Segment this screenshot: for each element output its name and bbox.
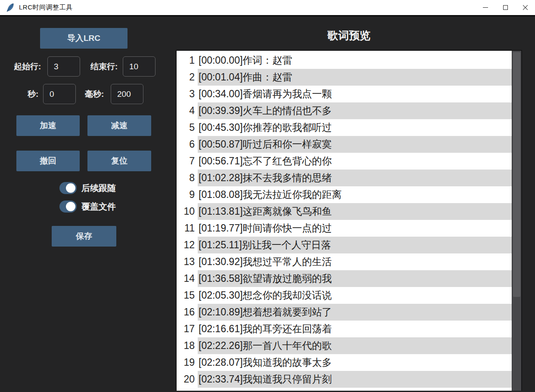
line-number: 12 [177, 239, 195, 251]
line-number: 20 [177, 373, 195, 385]
line-text: [00:50.87]听过后和你一样寂寞 [198, 136, 512, 153]
millis-label: 毫秒: [85, 84, 104, 104]
line-text: [00:56.71]忘不了红色背心的你 [198, 153, 512, 170]
start-line-input[interactable] [47, 56, 80, 77]
list-item[interactable]: 7 [00:56.71]忘不了红色背心的你 [177, 153, 512, 170]
follow-toggle-row: 后续跟随 [59, 182, 116, 194]
list-item[interactable]: 4 [00:39.39]火车上的情侣也不多 [177, 102, 512, 119]
list-item[interactable]: 19 [02:28.07]我知道我的故事太多 [177, 354, 512, 371]
overwrite-toggle-label: 覆盖文件 [81, 201, 116, 213]
undo-button[interactable]: 撤回 [16, 151, 80, 171]
end-line-input[interactable] [123, 56, 156, 77]
seconds-label: 秒: [28, 84, 38, 104]
line-text: [00:34.00]香烟请再为我点一颗 [198, 86, 512, 102]
follow-toggle-label: 后续跟随 [81, 182, 116, 194]
start-line-label: 起始行: [14, 56, 41, 77]
maximize-icon [503, 5, 508, 10]
line-text: [02:33.74]我知道我只停留片刻 [198, 371, 512, 388]
list-item[interactable]: 11 [01:19.77]时间请你快一点的过 [177, 220, 512, 237]
window-controls [476, 0, 535, 15]
line-text: [02:10.89]想着想着就要到站了 [198, 304, 512, 321]
line-number: 13 [177, 256, 195, 268]
line-text: [01:36.58]欲望请放过脆弱的我 [198, 270, 512, 287]
overwrite-toggle-row: 覆盖文件 [59, 200, 116, 213]
list-item[interactable]: 10 [01:13.81]这距离就像飞鸟和鱼 [177, 203, 512, 220]
minimize-button[interactable] [476, 0, 495, 15]
window-title: LRC时间调整工具 [19, 3, 73, 12]
list-item[interactable]: 16 [02:10.89]想着想着就要到站了 [177, 304, 512, 321]
list-item[interactable]: 13 [01:30.92]我想过平常人的生活 [177, 253, 512, 270]
line-number: 6 [177, 139, 195, 150]
end-line-label: 结束行: [90, 56, 118, 77]
seconds-input[interactable] [43, 84, 76, 104]
main-area: 导入LRC 起始行: 结束行: 秒: 毫秒: 加速 减速 撤回 复位 后续跟随 … [0, 16, 535, 391]
line-text: [01:13.81]这距离就像飞鸟和鱼 [198, 203, 512, 220]
close-icon [523, 5, 528, 10]
list-item[interactable]: 5 [00:45.30]你推荐的歌我都听过 [177, 119, 512, 136]
line-number: 7 [177, 155, 195, 167]
line-text: [01:30.92]我想过平常人的生活 [198, 253, 512, 270]
list-item[interactable]: 2 [00:01.04]作曲：赵雷 [177, 69, 512, 86]
lyrics-scrollbar[interactable] [512, 51, 521, 391]
python-feather-icon [6, 3, 15, 13]
slow-down-button[interactable]: 减速 [87, 115, 151, 136]
lyrics-list: 1 [00:00.00]作词：赵雷 2 [00:01.04]作曲：赵雷 3 [0… [176, 50, 522, 391]
line-text: [02:16.61]我的耳旁还在回荡着 [198, 321, 512, 337]
line-text: [01:08.08]我无法拉近你我的距离 [198, 186, 512, 203]
millis-input[interactable] [111, 84, 143, 104]
list-item[interactable]: 14 [01:36.58]欲望请放过脆弱的我 [177, 270, 512, 287]
line-number: 14 [177, 273, 195, 284]
line-number: 2 [177, 71, 195, 83]
list-item[interactable]: 18 [02:22.26]那一首八十年代的歌 [177, 337, 512, 354]
line-number: 4 [177, 105, 195, 117]
lyrics-list-content: 1 [00:00.00]作词：赵雷 2 [00:01.04]作曲：赵雷 3 [0… [177, 51, 512, 391]
import-lrc-button[interactable]: 导入LRC [40, 28, 128, 49]
maximize-button[interactable] [495, 0, 515, 15]
list-item[interactable]: 12 [01:25.11]别让我一个人守日落 [177, 237, 512, 253]
list-item[interactable]: 8 [01:02.28]抹不去我多情的思绪 [177, 170, 512, 186]
list-item[interactable]: 17 [02:16.61]我的耳旁还在回荡着 [177, 321, 512, 337]
line-text: [01:02.28]抹不去我多情的思绪 [198, 170, 512, 186]
list-item[interactable]: 20 [02:33.74]我知道我只停留片刻 [177, 371, 512, 388]
reset-button[interactable]: 复位 [87, 151, 151, 171]
list-item[interactable]: 1 [00:00.00]作词：赵雷 [177, 52, 512, 69]
minimize-icon [483, 7, 488, 8]
close-button[interactable] [515, 0, 535, 15]
preview-title: 歌词预览 [176, 28, 522, 43]
list-item[interactable]: 6 [00:50.87]听过后和你一样寂寞 [177, 136, 512, 153]
line-text: [02:28.07]我知道我的故事太多 [198, 354, 512, 371]
save-button[interactable]: 保存 [52, 226, 116, 247]
toggle-knob [66, 202, 75, 211]
overwrite-toggle[interactable] [59, 201, 77, 213]
line-number: 16 [177, 306, 195, 318]
line-text: [02:22.26]那一首八十年代的歌 [198, 337, 512, 354]
line-number: 1 [177, 55, 195, 66]
toggle-knob [66, 183, 75, 193]
line-number: 17 [177, 323, 195, 335]
line-number: 9 [177, 189, 195, 201]
line-number: 5 [177, 122, 195, 133]
follow-toggle[interactable] [59, 182, 77, 194]
line-number: 8 [177, 172, 195, 184]
line-number: 10 [177, 206, 195, 217]
list-item[interactable]: 3 [00:34.00]香烟请再为我点一颗 [177, 86, 512, 102]
line-number: 3 [177, 88, 195, 100]
line-text: [00:45.30]你推荐的歌我都听过 [198, 119, 512, 136]
line-number: 19 [177, 357, 195, 368]
line-number: 15 [177, 290, 195, 301]
titlebar: LRC时间调整工具 [0, 0, 535, 16]
line-text: [01:19.77]时间请你快一点的过 [198, 220, 512, 237]
line-text: [00:00.00]作词：赵雷 [198, 52, 512, 69]
list-item[interactable]: 15 [02:05.30]想念你的我却没话说 [177, 287, 512, 304]
line-number: 18 [177, 340, 195, 352]
list-item[interactable]: 9 [01:08.08]我无法拉近你我的距离 [177, 186, 512, 203]
line-text: [01:25.11]别让我一个人守日落 [198, 237, 512, 253]
line-text: [00:01.04]作曲：赵雷 [198, 69, 512, 86]
line-text: [02:05.30]想念你的我却没话说 [198, 287, 512, 304]
line-number: 11 [177, 222, 195, 234]
speed-up-button[interactable]: 加速 [16, 115, 80, 136]
line-text: [00:39.39]火车上的情侣也不多 [198, 102, 512, 119]
scrollbar-thumb[interactable] [513, 52, 520, 297]
